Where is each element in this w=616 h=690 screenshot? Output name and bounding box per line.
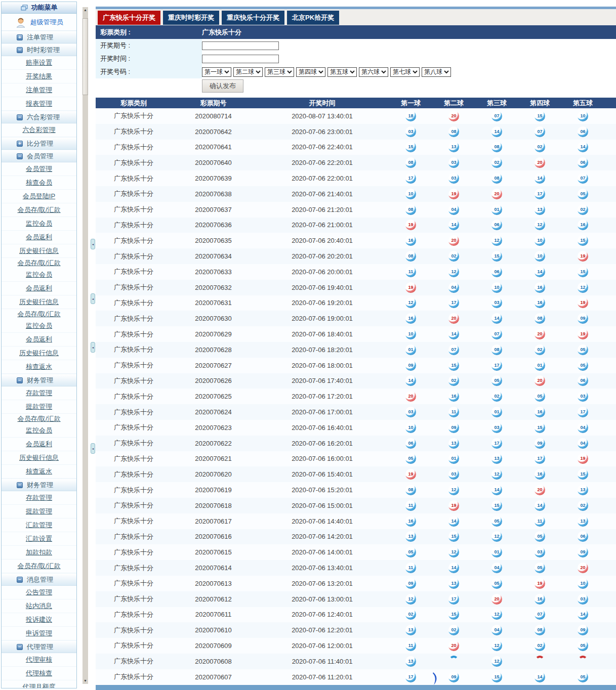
sidebar-item-监控会员[interactable]: 监控会员 xyxy=(2,268,76,282)
sidebar-item-提款管理[interactable]: 提款管理 xyxy=(2,505,76,519)
sidebar-item-会员存/取/汇款[interactable]: 会员存/取/汇款 xyxy=(2,309,76,319)
sidebar-section-比分管理[interactable]: +比分管理 xyxy=(2,137,76,150)
sidebar-item-会员存/取/汇款[interactable]: 会员存/取/汇款 xyxy=(2,258,76,268)
sidebar-item-申诉管理[interactable]: 申诉管理 xyxy=(2,627,76,640)
table-row: 广东快乐十分20200706302020-07-06 19:00:0116201… xyxy=(96,311,616,326)
sidebar-item-监控会员[interactable]: 监控会员 xyxy=(2,424,76,438)
ball-cell: 16 xyxy=(518,591,561,607)
sidebar-item-公告管理[interactable]: 公告管理 xyxy=(2,586,76,599)
table-row: 广东快乐十分20200706092020-07-06 12:00:0111201… xyxy=(96,638,616,654)
sidebar-item-汇款设置[interactable]: 汇款设置 xyxy=(2,532,76,546)
sidebar-item-提款管理[interactable]: 提款管理 xyxy=(2,400,76,414)
row-time: 2020-07-06 16:20:01 xyxy=(255,436,389,451)
collapse-section-icon[interactable]: − xyxy=(17,47,23,53)
sidebar-item-加款扣款[interactable]: 加款扣款 xyxy=(2,546,76,559)
expand-section-icon[interactable]: + xyxy=(17,141,23,147)
sidebar-item-投诉建议[interactable]: 投诉建议 xyxy=(2,613,76,627)
tab-北京PK拾开奖[interactable]: 北京PK拾开奖 xyxy=(287,11,339,25)
collapse-section-icon[interactable]: − xyxy=(17,482,23,488)
sidebar-item-注单管理[interactable]: 注单管理 xyxy=(2,83,76,97)
tab-重庆快乐十分开奖[interactable]: 重庆快乐十分开奖 xyxy=(222,11,284,25)
panel-collapse-handle[interactable]: ◂ xyxy=(91,293,95,304)
sidebar-item-赔率设置[interactable]: 赔率设置 xyxy=(2,56,76,70)
sidebar-item-会员存/取/汇款[interactable]: 会员存/取/汇款 xyxy=(2,414,76,424)
sidebar-item-会员存/取/汇款[interactable]: 会员存/取/汇款 xyxy=(2,559,76,573)
sidebar-item-会员管理[interactable]: 会员管理 xyxy=(2,162,76,176)
ball-select-第五球[interactable]: 第五球 xyxy=(327,67,357,77)
tab-广东快乐十分开奖[interactable]: 广东快乐十分开奖 xyxy=(98,11,160,25)
sidebar-item-核查返水[interactable]: 核查返水 xyxy=(2,360,76,374)
panel-collapse-handle[interactable]: ◂ xyxy=(91,443,95,454)
sidebar-section-时时彩管理[interactable]: −时时彩管理 xyxy=(2,44,76,56)
time-input[interactable] xyxy=(202,55,279,63)
ball-cell: 03 xyxy=(475,295,518,311)
sidebar-item-存款管理[interactable]: 存款管理 xyxy=(2,491,76,505)
panel-collapse-handle[interactable]: ◂ xyxy=(91,239,95,249)
ball-select-第三球[interactable]: 第三球 xyxy=(265,67,294,77)
ball-select-第二球[interactable]: 第二球 xyxy=(233,67,263,77)
sidebar-user[interactable]: 超级管理员 xyxy=(2,14,76,31)
ball-cell: 16 xyxy=(518,404,561,420)
ball-cell: 07 xyxy=(518,607,561,623)
sidebar-section-六合彩管理[interactable]: −六合彩管理 xyxy=(2,111,76,123)
sidebar-item-代理审核[interactable]: 代理审核 xyxy=(2,653,76,667)
collapse-section-icon[interactable]: − xyxy=(17,644,23,650)
sidebar-item-历史银行信息[interactable]: 历史银行信息 xyxy=(2,295,76,309)
sidebar-scrollbar[interactable]: ▲ ▼ xyxy=(83,7,88,684)
sidebar-item-历史银行信息[interactable]: 历史银行信息 xyxy=(2,347,76,360)
sidebar-item-会员登陆IP[interactable]: 会员登陆IP xyxy=(2,190,76,203)
sidebar-item-核查返水[interactable]: 核查返水 xyxy=(2,465,76,479)
sidebar-item-label: 财务管理 xyxy=(27,376,53,385)
sidebar-item-会员返利[interactable]: 会员返利 xyxy=(2,282,76,295)
sidebar-item-会员返利[interactable]: 会员返利 xyxy=(2,333,76,347)
ball-select-第六球[interactable]: 第六球 xyxy=(359,67,388,77)
sidebar-item-历史银行信息[interactable]: 历史银行信息 xyxy=(2,451,76,465)
collapse-section-icon[interactable]: − xyxy=(17,577,23,583)
sidebar-section-会员管理[interactable]: −会员管理 xyxy=(2,150,76,162)
tab-重庆时时彩开奖[interactable]: 重庆时时彩开奖 xyxy=(163,11,219,25)
ball-cell: 03 xyxy=(561,389,604,404)
sidebar-item-开奖结果[interactable]: 开奖结果 xyxy=(2,70,76,83)
sidebar-item-会员存/取/汇款[interactable]: 会员存/取/汇款 xyxy=(2,203,76,217)
confirm-publish-button[interactable]: 确认发布 xyxy=(202,79,243,93)
sidebar-section-财务管理[interactable]: −财务管理 xyxy=(2,479,76,491)
scrollbar-thumb[interactable] xyxy=(83,18,88,95)
row-time: 2020-07-06 15:40:01 xyxy=(255,466,389,482)
sidebar-item-会员返利[interactable]: 会员返利 xyxy=(2,231,76,244)
expand-section-icon[interactable]: + xyxy=(17,34,23,40)
sidebar-item-label: 投诉建议 xyxy=(26,615,52,624)
ball-cell: 09 xyxy=(432,669,475,685)
sidebar-item-代理月额度[interactable]: 代理月额度 xyxy=(2,680,76,688)
collapse-section-icon[interactable]: − xyxy=(17,114,23,120)
sidebar-item-汇款管理[interactable]: 汇款管理 xyxy=(2,519,76,532)
sidebar-item-会员返利[interactable]: 会员返利 xyxy=(2,438,76,451)
ball-select-第四球[interactable]: 第四球 xyxy=(296,67,325,77)
sidebar-item-监控会员[interactable]: 监控会员 xyxy=(2,319,76,333)
filler-cell xyxy=(604,373,616,389)
sidebar-section-财务管理[interactable]: −财务管理 xyxy=(2,374,76,386)
sidebar-section-代理管理[interactable]: −代理管理 xyxy=(2,640,76,653)
sidebar-item-历史银行信息[interactable]: 历史银行信息 xyxy=(2,244,76,258)
sidebar-item-监控会员[interactable]: 监控会员 xyxy=(2,217,76,231)
sidebar-section-注单管理[interactable]: +注单管理 xyxy=(2,31,76,44)
sidebar-item-站内消息[interactable]: 站内消息 xyxy=(2,599,76,613)
sidebar-item-报表管理[interactable]: 报表管理 xyxy=(2,97,76,111)
ball-icon: 02 xyxy=(448,251,459,262)
sidebar-item-核查会员[interactable]: 核查会员 xyxy=(2,176,76,190)
sidebar-item-存款管理[interactable]: 存款管理 xyxy=(2,386,76,400)
ball-select-第一球[interactable]: 第一球 xyxy=(202,67,231,77)
ball-select-第八球[interactable]: 第八球 xyxy=(422,67,451,77)
sidebar-item-代理核查[interactable]: 代理核查 xyxy=(2,667,76,680)
sidebar-section-消息管理[interactable]: −消息管理 xyxy=(2,573,76,586)
ball-cell: 03 xyxy=(518,544,561,560)
scroll-up-icon[interactable]: ▲ xyxy=(83,7,88,13)
issue-input[interactable] xyxy=(202,41,279,50)
ball-select-第七球[interactable]: 第七球 xyxy=(390,67,420,77)
panel-collapse-handle[interactable]: ◂ xyxy=(91,342,95,353)
sidebar-item-六合彩管理[interactable]: 六合彩管理 xyxy=(2,123,76,137)
scroll-down-icon[interactable]: ▼ xyxy=(83,678,88,684)
collapse-section-icon[interactable]: − xyxy=(17,153,23,159)
issue-label: 开奖期号 : xyxy=(96,39,202,52)
collapse-section-icon[interactable]: − xyxy=(17,377,23,383)
ball-cell: 12 xyxy=(475,654,518,669)
